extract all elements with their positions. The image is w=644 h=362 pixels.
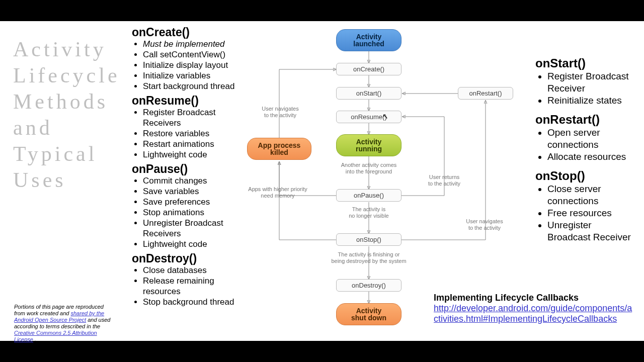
lifecycle-diagram: Activitylaunched onCreate() onStart() on… xyxy=(244,25,526,332)
attribution-text: Portions of this page are reproduced fro… xyxy=(14,304,115,343)
node-onpause: onPause() xyxy=(336,189,401,202)
label-priority-memory: Apps with higher priorityneed memory xyxy=(235,186,320,199)
reference-block: Implementing Lifecycle Callbacks http://… xyxy=(434,293,635,324)
label-user-navigates-r: User navigatesto the activity xyxy=(449,218,520,231)
reference-link[interactable]: http://developer.android.com/guide/compo… xyxy=(434,303,632,324)
onrestart-heading: onRestart() xyxy=(535,114,636,126)
node-oncreate: onCreate() xyxy=(336,63,401,75)
node-onstart: onStart() xyxy=(336,87,401,100)
node-onrestart: onRestart() xyxy=(458,87,513,100)
node-ondestroy: onDestroy() xyxy=(336,279,401,292)
node-activity-launched: Activitylaunched xyxy=(336,29,401,51)
node-onstop: onStop() xyxy=(336,233,401,246)
label-user-navigates: User navigatesto the activity xyxy=(250,106,310,119)
onstop-heading: onStop() xyxy=(535,170,636,182)
label-not-visible: The activity isno longer visible xyxy=(334,206,404,219)
label-foreground: Another activity comesinto the foregroun… xyxy=(324,162,414,175)
reference-heading: Implementing Lifecycle Callbacks xyxy=(434,293,635,303)
node-onresume: onResume() xyxy=(336,111,401,123)
ondestroy-heading: onDestroy() xyxy=(132,253,248,264)
label-finishing: The activity is finishing orbeing destro… xyxy=(318,251,419,264)
onstart-heading: onStart() xyxy=(535,57,636,69)
left-methods-column: onCreate() Must be implemented Call setC… xyxy=(132,27,248,309)
onpause-list: Commit changes Save variables Save prefe… xyxy=(132,175,248,249)
oncreate-heading: onCreate() xyxy=(132,27,248,38)
slide-title: Activity Lifecycle Methods and Typical U… xyxy=(13,36,119,193)
node-process-killed: App processkilled xyxy=(247,138,311,160)
ondestroy-list: Close databases Release remaining resour… xyxy=(132,265,248,307)
node-activity-shutdown: Activityshut down xyxy=(336,303,401,325)
label-user-returns: User returnsto the activity xyxy=(414,174,474,187)
oncreate-list: Must be implemented Call setContentView(… xyxy=(132,39,248,92)
node-activity-running: Activityrunning xyxy=(336,134,401,156)
onresume-list: Register Broadcast Receivers Restore var… xyxy=(132,107,248,160)
onresume-heading: onResume() xyxy=(132,96,248,106)
onpause-heading: onPause() xyxy=(132,164,248,174)
cc-license-link[interactable]: Creative Commons 2.5 Attribution License xyxy=(14,330,97,342)
right-methods-column: onStart() Register Broadcast Receiver Re… xyxy=(535,50,636,243)
